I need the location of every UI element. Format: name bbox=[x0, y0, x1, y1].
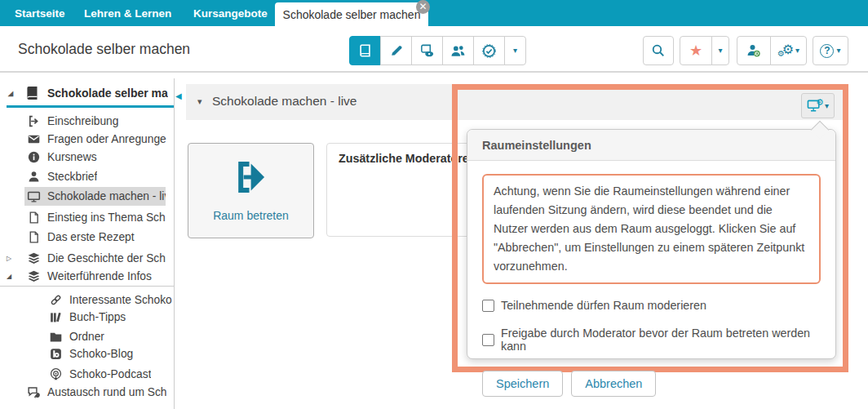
sidebar-item-einschreibung[interactable]: Einschreibung bbox=[0, 112, 174, 131]
chevron-down-icon: ▾ bbox=[513, 47, 517, 55]
gears-icon: ⚙ ⚙ bbox=[777, 43, 794, 58]
course-toolbar: ▾ bbox=[349, 36, 526, 65]
person-sync-icon bbox=[746, 42, 762, 59]
active-course-underline bbox=[7, 105, 174, 108]
course-tools-caret-button[interactable]: ▾ bbox=[504, 36, 526, 65]
sidebar-item-label: Weiterführende Infos bbox=[47, 270, 152, 282]
membership-button[interactable] bbox=[442, 36, 474, 65]
tab-active-label: Schokolade selber machen bbox=[283, 8, 421, 21]
settings-button[interactable]: ⚙ ⚙ ▾ bbox=[770, 36, 807, 65]
course-book-icon bbox=[358, 43, 373, 58]
enter-room-icon bbox=[233, 158, 271, 196]
sidebar-item-fragen[interactable]: Fragen oder Anregunge bbox=[0, 130, 174, 149]
sidebar-item-label: Schoko-Blog bbox=[69, 348, 133, 360]
book-icon bbox=[24, 85, 41, 101]
checkbox-row-approval[interactable]: Freigabe durch Moderator bevor der Raum … bbox=[482, 327, 821, 353]
section-title: Schokolade machen - live bbox=[212, 94, 357, 109]
question-icon: ? bbox=[820, 44, 834, 58]
course-view-button[interactable] bbox=[349, 36, 381, 65]
sidebar-item-steckbrief[interactable]: Steckbrief bbox=[0, 167, 174, 186]
sidebar-item-einstieg[interactable]: Einstieg ins Thema Sch bbox=[0, 208, 174, 227]
info-icon bbox=[27, 150, 41, 164]
books-icon bbox=[49, 310, 63, 324]
search-button[interactable] bbox=[643, 36, 674, 65]
cancel-button[interactable]: Abbrechen bbox=[571, 371, 656, 397]
podcast-icon bbox=[49, 367, 63, 381]
tree-collapsed-icon[interactable]: ▷ bbox=[7, 255, 11, 262]
edit-course-button[interactable] bbox=[380, 36, 412, 65]
tab-lehren-lernen[interactable]: Lehren & Lernen bbox=[84, 0, 171, 26]
signin-icon bbox=[27, 114, 41, 128]
sidebar-item-label: Schokolade selber ma bbox=[47, 87, 168, 100]
page-icon bbox=[27, 211, 41, 225]
help-button[interactable]: ? ▾ bbox=[813, 36, 848, 65]
sidebar-item-schokolade-live[interactable]: Schokolade machen - liv bbox=[24, 187, 166, 206]
page-header: Schokolade selber machen bbox=[0, 26, 868, 73]
star-icon: ★ bbox=[689, 43, 702, 58]
chevron-down-icon: ▾ bbox=[718, 47, 722, 55]
checkbox-row-moderate[interactable]: Teilnehmende dürfen Raum moderieren bbox=[482, 299, 821, 312]
bookmark-group: ★ ▾ bbox=[680, 36, 729, 65]
moderators-label: Zusätzliche Moderatoren: bbox=[339, 152, 480, 165]
tab-kursangebote[interactable]: Kursangebote bbox=[193, 0, 268, 26]
sidebar-item-schoko-blog[interactable]: Schoko-Blog bbox=[0, 345, 174, 363]
checkbox-moderate-label: Teilnehmende dürfen Raum moderieren bbox=[501, 299, 706, 312]
layers-icon bbox=[27, 251, 41, 265]
sidebar-item-schoko-podcast[interactable]: Schoko-Podcast bbox=[0, 365, 174, 384]
sidebar-item-label: Einschreibung bbox=[47, 115, 118, 127]
collapse-section-icon[interactable]: ▾ bbox=[197, 96, 202, 107]
sidebar-item-label: Schokolade machen - liv bbox=[47, 190, 166, 202]
room-settings-button[interactable]: ⚙ ▾ bbox=[801, 93, 835, 118]
efficiency-statement-button[interactable] bbox=[473, 36, 505, 65]
sidebar-item-ordner[interactable]: Ordner bbox=[0, 327, 174, 346]
course-element-header: ▾ Schokolade machen - live bbox=[186, 84, 848, 120]
sidebar-item-label: Buch-Tipps bbox=[69, 311, 126, 323]
tree-expanded-icon[interactable]: ◢ bbox=[7, 273, 11, 280]
sidebar-item-label: Fragen oder Anregunge bbox=[47, 133, 166, 145]
badge-check-icon bbox=[481, 43, 497, 59]
tab-active-course[interactable]: Schokolade selber machen bbox=[275, 2, 428, 26]
preview-button[interactable] bbox=[411, 36, 443, 65]
person-icon bbox=[27, 170, 41, 184]
sidebar-item-kursnews[interactable]: Kursnews bbox=[0, 148, 174, 167]
members-icon bbox=[450, 43, 466, 59]
envelope-icon bbox=[27, 132, 41, 146]
sidebar-item-rezept[interactable]: Das erste Rezept bbox=[0, 228, 174, 247]
folder-icon bbox=[49, 330, 63, 344]
page-icon bbox=[27, 230, 41, 244]
sidebar-item-label: Die Geschichte der Sch bbox=[47, 252, 166, 265]
sidebar-item-label: Ordner bbox=[69, 331, 104, 343]
application-window: Startseite Lehren & Lernen Kursangebote … bbox=[0, 0, 868, 409]
enter-room-label: Raum betreten bbox=[188, 209, 313, 222]
chevron-down-icon: ▾ bbox=[795, 47, 799, 55]
search-icon bbox=[651, 43, 666, 58]
sidebar-item-interessante[interactable]: Interessante Schoko bbox=[0, 291, 174, 309]
personal-tools-group: ⚙ ⚙ ▾ bbox=[737, 36, 807, 65]
top-tab-bar: Startseite Lehren & Lernen Kursangebote … bbox=[0, 0, 868, 26]
sidebar-item-geschichte[interactable]: ▷ Die Geschichte der Sch bbox=[0, 249, 174, 268]
sidebar-item-austausch[interactable]: Austausch rund um Sch bbox=[0, 383, 174, 402]
subtree-underline bbox=[0, 286, 174, 287]
tree-expanded-icon[interactable]: ◢ bbox=[8, 90, 13, 97]
preview-book-eye-icon bbox=[419, 43, 435, 59]
close-tab-icon[interactable]: ✕ bbox=[416, 0, 430, 14]
tab-startseite[interactable]: Startseite bbox=[15, 0, 65, 26]
monitor-icon bbox=[27, 189, 41, 203]
bookmark-caret-button[interactable]: ▾ bbox=[711, 36, 729, 65]
sidebar-item-label: Das erste Rezept bbox=[47, 231, 135, 243]
popup-title: Raumeinstellungen bbox=[467, 130, 835, 161]
checkbox-approval[interactable] bbox=[482, 334, 494, 346]
sidebar-item-label: Steckbrief bbox=[47, 171, 97, 183]
save-button[interactable]: Speichern bbox=[482, 371, 563, 397]
chevron-down-icon: ▾ bbox=[825, 102, 829, 110]
sidebar-item-weiterfuehrende[interactable]: ◢ Weiterführende Infos bbox=[0, 267, 174, 286]
sidebar-item-course-root[interactable]: ◢ Schokolade selber ma bbox=[0, 82, 174, 104]
checkbox-approval-label: Freigabe durch Moderator bevor der Raum … bbox=[501, 327, 821, 353]
menu-collapse-handle[interactable]: ◀ bbox=[175, 91, 182, 100]
my-entries-button[interactable] bbox=[737, 36, 771, 65]
sidebar-item-buch-tipps[interactable]: Buch-Tipps bbox=[0, 308, 174, 327]
checkbox-moderate[interactable] bbox=[482, 300, 494, 312]
warning-message: Achtung, wenn Sie die Raumeinstellungen … bbox=[482, 174, 821, 284]
enter-room-card[interactable]: Raum betreten bbox=[188, 143, 314, 238]
bookmark-button[interactable]: ★ bbox=[680, 36, 712, 65]
